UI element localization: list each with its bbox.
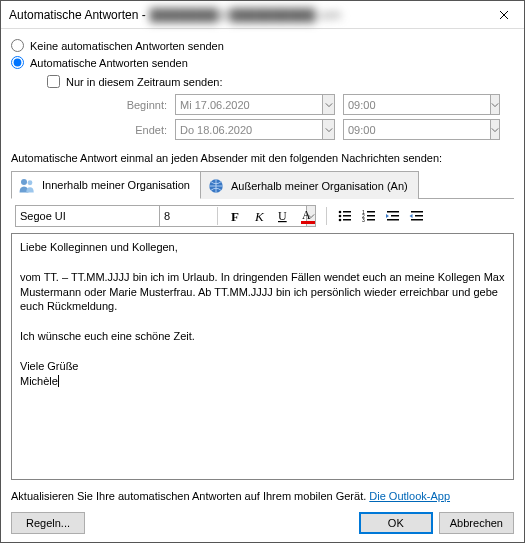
svg-text:K: K [254,209,265,224]
tab-inside-org-label: Innerhalb meiner Organisation [42,179,190,191]
svg-text:A: A [302,208,311,222]
svg-rect-19 [387,211,399,213]
radio-no-send-input[interactable] [11,39,24,52]
svg-rect-21 [387,219,399,221]
font-color-icon: A [300,208,316,224]
underline-icon: U [276,208,292,224]
number-list-icon: 123 [361,208,377,224]
ok-button[interactable]: OK [359,512,433,534]
italic-button[interactable]: K [250,206,270,226]
tab-outside-org-label: Außerhalb meiner Organisation (An) [231,180,408,192]
dropdown-arrow-icon[interactable] [491,94,500,115]
svg-rect-12 [343,219,351,221]
org-tabs: Innerhalb meiner Organisation Außerhalb … [11,170,514,199]
svg-point-1 [28,180,33,185]
toolbar-divider [217,207,218,225]
end-label: Endet: [105,124,167,136]
svg-rect-22 [411,211,423,213]
number-list-button[interactable]: 123 [359,206,379,226]
end-time-combo[interactable] [343,119,403,140]
svg-rect-10 [343,215,351,217]
bold-icon: F [228,208,244,224]
text-cursor [58,375,59,387]
svg-rect-16 [367,215,375,217]
send-option-group: Keine automatischen Antworten senden Aut… [11,37,514,71]
send-rule-label: Automatische Antwort einmal an jeden Abs… [11,152,514,164]
rules-button[interactable]: Regeln... [11,512,85,534]
mobile-note: Aktualisieren Sie Ihre automatischen Ant… [11,490,514,502]
font-name-input[interactable] [15,205,163,227]
titlebar: Automatische Antworten - ████████@██████… [1,1,524,29]
title-prefix: Automatische Antworten - [9,8,146,22]
svg-point-11 [339,219,342,222]
underline-button[interactable]: U [274,206,294,226]
svg-text:F: F [231,209,239,224]
end-date-combo[interactable] [175,119,335,140]
people-icon [18,176,36,194]
timerange-group: Nur in diesem Zeitraum senden: Beginnt: … [47,73,514,140]
begin-time-combo[interactable] [343,94,403,115]
dropdown-arrow-icon[interactable] [323,94,335,115]
message-editor[interactable]: Liebe Kolleginnen und Kollegen, vom TT. … [11,233,514,480]
radio-send-label: Automatische Antworten senden [30,57,188,69]
toolbar-divider [326,207,327,225]
svg-rect-18 [367,219,375,221]
bullet-list-button[interactable] [335,206,355,226]
timerange-checkbox-input[interactable] [47,75,60,88]
mobile-note-text: Aktualisieren Sie Ihre automatischen Ant… [11,490,369,502]
svg-rect-8 [343,211,351,213]
dropdown-arrow-icon[interactable] [491,119,500,140]
message-body: Liebe Kolleginnen und Kollegen, vom TT. … [20,241,508,387]
radio-send-input[interactable] [11,56,24,69]
close-icon [499,10,509,20]
svg-rect-24 [411,219,423,221]
radio-no-send-label: Keine automatischen Antworten senden [30,40,224,52]
window-title: Automatische Antworten - ████████@██████… [9,8,341,22]
outlook-app-link[interactable]: Die Outlook-App [369,490,450,502]
indent-button[interactable] [407,206,427,226]
svg-text:3: 3 [362,217,365,223]
begin-time-input[interactable] [343,94,491,115]
format-toolbar: F K U A 123 [11,199,514,233]
bold-button[interactable]: F [226,206,246,226]
cancel-button[interactable]: Abbrechen [439,512,514,534]
svg-point-7 [339,211,342,214]
svg-rect-20 [391,215,399,217]
timerange-grid: Beginnt: Endet: [105,94,514,140]
begin-label: Beginnt: [105,99,167,111]
begin-date-input[interactable] [175,94,323,115]
title-email: ████████@██████████.com [150,8,341,22]
button-row: Regeln... OK Abbrechen [11,512,514,534]
dialog-body: Keine automatischen Antworten senden Aut… [1,29,524,542]
svg-point-0 [21,179,27,185]
dropdown-arrow-icon[interactable] [323,119,335,140]
timerange-checkbox[interactable]: Nur in diesem Zeitraum senden: [47,73,514,90]
italic-icon: K [252,208,268,224]
font-size-combo[interactable] [159,205,209,227]
outdent-button[interactable] [383,206,403,226]
globe-icon [207,177,225,195]
font-name-combo[interactable] [15,205,155,227]
svg-point-9 [339,215,342,218]
svg-text:U: U [278,209,287,223]
outdent-icon [385,208,401,224]
font-color-button[interactable]: A [298,206,318,226]
end-time-input[interactable] [343,119,491,140]
close-button[interactable] [484,1,524,29]
radio-no-send[interactable]: Keine automatischen Antworten senden [11,37,514,54]
svg-rect-14 [367,211,375,213]
radio-send[interactable]: Automatische Antworten senden [11,54,514,71]
tab-outside-org[interactable]: Außerhalb meiner Organisation (An) [200,171,419,199]
tab-inside-org[interactable]: Innerhalb meiner Organisation [11,171,201,199]
bullet-list-icon [337,208,353,224]
indent-icon [409,208,425,224]
timerange-checkbox-label: Nur in diesem Zeitraum senden: [66,76,223,88]
automatic-replies-dialog: Automatische Antworten - ████████@██████… [0,0,525,543]
end-date-input[interactable] [175,119,323,140]
svg-rect-23 [415,215,423,217]
begin-date-combo[interactable] [175,94,335,115]
